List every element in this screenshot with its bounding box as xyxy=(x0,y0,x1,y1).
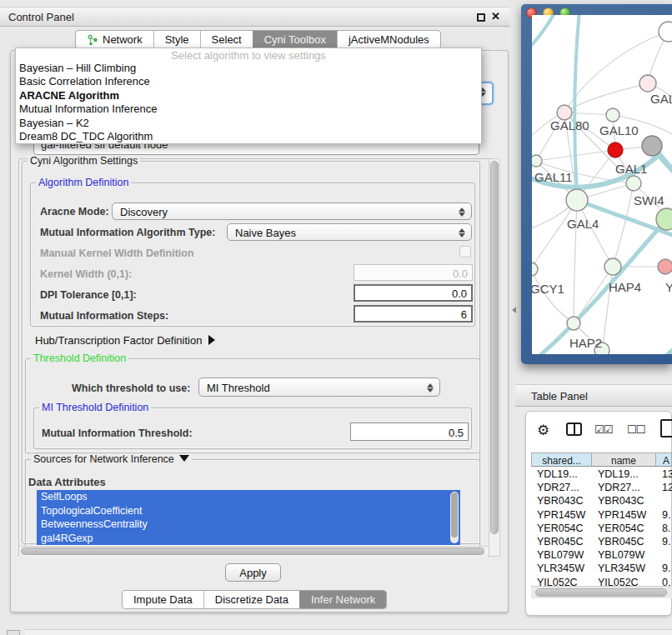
cell-shared-6[interactable]: YBL079W xyxy=(531,548,592,562)
attributes-scroll-thumb[interactable] xyxy=(451,492,458,538)
dropdown-item-bayesian-k2[interactable]: Bayesian – K2 xyxy=(16,117,481,130)
cell-val-6[interactable] xyxy=(656,548,672,562)
cell-val-8[interactable]: 0. xyxy=(656,576,672,586)
tab-jactivemnodules[interactable]: jActiveMNodules xyxy=(337,31,440,48)
cell-val-3[interactable]: 9. xyxy=(656,508,672,522)
dpi-tolerance-field[interactable]: 0.0 xyxy=(354,284,473,302)
node-gray[interactable] xyxy=(642,136,662,156)
horizontal-scrollbar[interactable] xyxy=(19,546,488,557)
cell-val-1[interactable]: 12 xyxy=(656,481,672,495)
node-y[interactable] xyxy=(658,259,672,274)
node-gal10[interactable] xyxy=(606,108,619,122)
group-title-threshold: Threshold Definition xyxy=(31,352,128,364)
dropdown-item-bayesian-hill[interactable]: Bayesian – Hill Climbing xyxy=(16,62,481,75)
new-table-icon[interactable] xyxy=(660,419,672,438)
collapse-down-icon[interactable] xyxy=(179,455,189,462)
node-bright-green[interactable] xyxy=(656,208,672,230)
hscroll-thumb[interactable] xyxy=(21,548,484,555)
node-label-gal80: GAL80 xyxy=(550,118,589,132)
hub-definition-expander[interactable]: Hub/Transcription Factor Definition xyxy=(35,334,215,347)
manual-kernel-checkbox[interactable] xyxy=(459,246,471,258)
mi-steps-field[interactable]: 6 xyxy=(354,305,473,322)
aracne-mode-select[interactable]: Discovery xyxy=(112,202,472,220)
tab-impute-data[interactable]: Impute Data xyxy=(123,591,203,608)
node-gal1[interactable] xyxy=(626,176,641,191)
attributes-list-scrollbar[interactable] xyxy=(450,492,459,543)
node-label-gal11: GAL11 xyxy=(534,170,573,184)
node-unlabeled[interactable] xyxy=(659,22,672,42)
cell-name-1[interactable]: YDR27... xyxy=(592,481,656,495)
cell-name-7[interactable]: YLR345W xyxy=(592,562,656,576)
attribute-item-betweenness[interactable]: BetweennessCentrality xyxy=(37,518,460,532)
dropdown-item-mutual-info[interactable]: Mutual Information Inference xyxy=(16,102,481,116)
dropdown-item-aracne[interactable]: ARACNE Algorithm xyxy=(16,89,481,102)
mi-type-select[interactable]: Naive Bayes xyxy=(227,223,472,241)
attribute-item-selfloops[interactable]: SelfLoops xyxy=(37,490,460,504)
tab-discretize-data[interactable]: Discretize Data xyxy=(203,591,299,608)
table-hscroll-thumb[interactable] xyxy=(535,588,667,597)
table-horizontal-scrollbar[interactable] xyxy=(531,586,672,598)
cell-shared-3[interactable]: YPR145W xyxy=(531,508,592,522)
node-label-y: Y xyxy=(665,280,672,294)
which-threshold-select[interactable]: MI Threshold xyxy=(198,378,440,397)
attribute-item-gal4rgexp[interactable]: gal4RGexp xyxy=(37,532,460,546)
split-columns-icon[interactable] xyxy=(566,422,582,436)
cell-val-5[interactable]: 9. xyxy=(656,535,672,549)
mi-threshold-field[interactable]: 0.5 xyxy=(350,422,469,441)
select-all-checks-icon[interactable]: ☑☑ xyxy=(594,423,612,436)
node-selected-red[interactable] xyxy=(608,142,623,158)
cell-name-4[interactable]: YER054C xyxy=(592,522,656,536)
tab-cyni-toolbox[interactable]: Cyni Toolbox xyxy=(253,31,337,48)
data-attributes-list: SelfLoops TopologicalCoefficient Between… xyxy=(37,490,460,546)
tab-select[interactable]: Select xyxy=(200,31,253,48)
node-gal11[interactable] xyxy=(532,155,542,167)
apply-button[interactable]: Apply xyxy=(225,563,281,582)
cell-shared-7[interactable]: YLR345W xyxy=(531,562,592,576)
column-header-shared[interactable]: shared... xyxy=(531,452,592,467)
cell-name-2[interactable]: YBR043C xyxy=(592,494,656,508)
cell-shared-2[interactable]: YBR043C xyxy=(531,494,592,508)
cell-val-2[interactable] xyxy=(656,494,672,508)
node-gcy1[interactable] xyxy=(532,262,538,276)
cell-shared-1[interactable]: YDR27... xyxy=(531,481,592,495)
network-view-window[interactable]: GAL GAL80 GAL10 GAL1 GAL11 SWI4 GAL4 GCY… xyxy=(521,4,672,364)
aracne-mode-label: Aracne Mode: xyxy=(40,206,109,218)
node-hap4[interactable] xyxy=(604,258,621,275)
dropdown-item-dream8[interactable]: Dream8 DC_TDC Algorithm xyxy=(16,130,481,143)
cell-val-0[interactable]: 13 xyxy=(656,468,672,482)
panel-splitter-handle[interactable] xyxy=(512,307,516,313)
tab-network[interactable]: Network xyxy=(76,31,153,48)
network-canvas[interactable]: GAL GAL80 GAL10 GAL1 GAL11 SWI4 GAL4 GCY… xyxy=(532,15,672,354)
cell-val-7[interactable]: 9. xyxy=(656,562,672,576)
dropdown-item-basic-correlation[interactable]: Basic Correlation Inference xyxy=(16,75,481,88)
close-icon[interactable]: ✕ xyxy=(491,10,500,22)
cell-name-0[interactable]: YDL19... xyxy=(592,468,656,482)
node-gal4[interactable] xyxy=(566,189,588,211)
node-hap2[interactable] xyxy=(567,317,580,330)
combo-stepper-icon xyxy=(427,382,434,393)
cell-shared-8[interactable]: YIL052C xyxy=(531,576,592,586)
cell-name-6[interactable]: YBL079W xyxy=(592,548,656,562)
gear-icon[interactable]: ⚙ xyxy=(537,422,549,439)
bottom-corner-icon[interactable] xyxy=(7,630,20,635)
kernel-width-field[interactable]: 0.0 xyxy=(354,264,473,281)
tab-style[interactable]: Style xyxy=(153,31,200,48)
column-header-name[interactable]: name xyxy=(592,452,656,467)
cell-shared-0[interactable]: YDL19... xyxy=(531,468,592,482)
cell-shared-5[interactable]: YBR045C xyxy=(531,535,592,549)
column-header-third[interactable]: A xyxy=(656,452,672,467)
tab-infer-network[interactable]: Infer Network xyxy=(299,591,386,608)
vscroll-thumb[interactable] xyxy=(490,161,499,534)
node-gal[interactable] xyxy=(639,75,656,92)
cell-shared-4[interactable]: YER054C xyxy=(531,522,592,536)
cell-name-3[interactable]: YPR145W xyxy=(592,508,656,522)
vertical-scrollbar[interactable] xyxy=(489,158,500,557)
attribute-item-topological[interactable]: TopologicalCoefficient xyxy=(37,504,460,518)
control-panel-titlebar: Control Panel ✕ xyxy=(0,7,510,27)
deselect-all-checks-icon[interactable]: ☐☐ xyxy=(627,423,644,436)
float-window-icon[interactable] xyxy=(477,13,485,22)
tab-cyni-toolbox-label: Cyni Toolbox xyxy=(264,33,326,46)
cell-name-5[interactable]: YBR045C xyxy=(592,535,656,549)
cell-name-8[interactable]: YIL052C xyxy=(592,576,656,586)
cell-val-4[interactable]: 8. xyxy=(656,522,672,536)
